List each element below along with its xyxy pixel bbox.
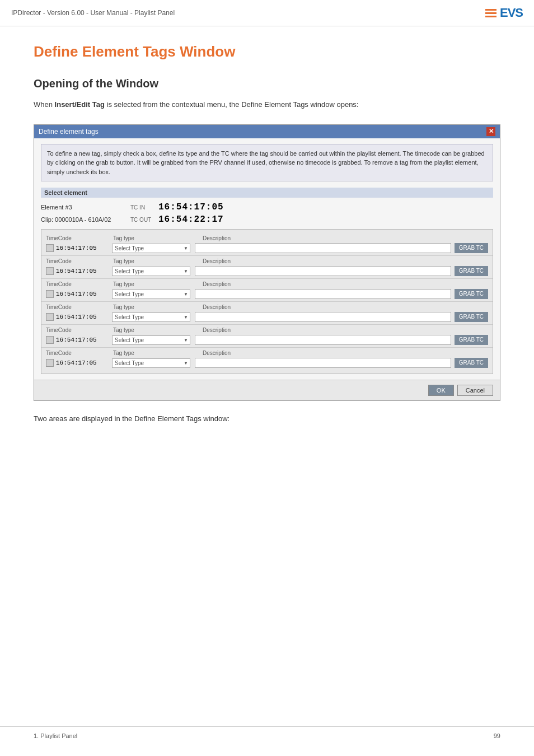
- tag-description-input-0[interactable]: [195, 243, 451, 253]
- footer-right: 99: [494, 732, 500, 739]
- tag-timecode-header-3: TimeCode: [46, 304, 113, 310]
- page-header: IPDirector - Version 6.00 - User Manual …: [0, 0, 534, 26]
- tag-header-row-5: TimeCodeTag typeDescription: [46, 350, 488, 356]
- grab-tc-button-1[interactable]: GRAB TC: [455, 266, 488, 276]
- tag-timecode-header-2: TimeCode: [46, 281, 113, 287]
- tag-checkbox-2[interactable]: [46, 290, 54, 298]
- tags-area: TimeCodeTag typeDescription16:54:17:05Se…: [41, 229, 493, 374]
- element-info-row: Element #3 TC IN 16:54:17:05: [41, 202, 493, 212]
- tag-select-wrapper-3: Select Type: [112, 311, 190, 322]
- define-element-tags-dialog: Define element tags ✕ To define a new ta…: [34, 124, 500, 402]
- intro-text-part2: is selected from the contextual menu, th…: [105, 100, 359, 109]
- evs-logo-lines: [485, 9, 496, 17]
- tag-select-wrapper-5: Select Type: [112, 357, 190, 368]
- grab-tc-button-3[interactable]: GRAB TC: [455, 312, 488, 322]
- tag-checkbox-4[interactable]: [46, 336, 54, 344]
- tc-out-value: 16:54:22:17: [158, 214, 224, 225]
- tag-description-input-5[interactable]: [195, 358, 451, 368]
- tag-tagtype-header-5: Tag type: [113, 350, 203, 356]
- tag-row-group-3: TimeCodeTag typeDescription16:54:17:05Se…: [41, 302, 493, 325]
- tag-header-row-0: TimeCodeTag typeDescription: [46, 235, 488, 241]
- tag-checkbox-5[interactable]: [46, 359, 54, 367]
- cancel-button[interactable]: Cancel: [457, 385, 493, 396]
- tc-out-label: TC OUT: [130, 217, 158, 223]
- tag-description-header-0: Description: [203, 235, 488, 241]
- tag-select-wrapper-0: Select Type: [112, 242, 190, 253]
- tag-header-row-2: TimeCodeTag typeDescription: [46, 281, 488, 287]
- intro-paragraph: When Insert/Edit Tag is selected from th…: [34, 99, 500, 111]
- tag-timecode-value-3: 16:54:17:05: [56, 314, 112, 320]
- section-title: Opening of the Window: [34, 77, 500, 90]
- footer-left: 1. Playlist Panel: [34, 732, 77, 739]
- tag-timecode-value-1: 16:54:17:05: [56, 268, 112, 274]
- evs-logo-line-2: [485, 12, 496, 14]
- dialog-title: Define element tags: [39, 128, 99, 136]
- grab-tc-button-4[interactable]: GRAB TC: [455, 335, 488, 345]
- tag-tagtype-header-4: Tag type: [113, 327, 203, 333]
- tag-timecode-header-0: TimeCode: [46, 235, 113, 241]
- tag-description-header-4: Description: [203, 327, 488, 333]
- evs-logo: EVS: [485, 6, 523, 20]
- tag-header-row-3: TimeCodeTag typeDescription: [46, 304, 488, 310]
- tag-timecode-header-4: TimeCode: [46, 327, 113, 333]
- tag-description-input-1[interactable]: [195, 266, 451, 276]
- tag-checkbox-1[interactable]: [46, 267, 54, 275]
- grab-tc-button-0[interactable]: GRAB TC: [455, 243, 488, 253]
- element-name: Element #3: [41, 204, 130, 211]
- tag-tagtype-header-2: Tag type: [113, 281, 203, 287]
- tc-in-value: 16:54:17:05: [158, 202, 224, 212]
- tag-description-header-5: Description: [203, 350, 488, 356]
- evs-logo-line-3: [485, 16, 496, 17]
- dialog-info-text: To define a new tag, simply check a box,…: [41, 144, 493, 182]
- tag-description-header-1: Description: [203, 258, 488, 264]
- intro-text-part1: When: [34, 100, 55, 109]
- tag-data-row-2: 16:54:17:05Select TypeGRAB TC: [46, 288, 488, 299]
- tag-timecode-value-5: 16:54:17:05: [56, 360, 112, 366]
- tag-row-group-1: TimeCodeTag typeDescription16:54:17:05Se…: [41, 256, 493, 279]
- tag-timecode-value-0: 16:54:17:05: [56, 245, 112, 251]
- tag-description-header-3: Description: [203, 304, 488, 310]
- tag-type-select-1[interactable]: Select Type: [112, 267, 190, 276]
- tag-timecode-value-2: 16:54:17:05: [56, 291, 112, 297]
- tag-row-group-4: TimeCodeTag typeDescription16:54:17:05Se…: [41, 325, 493, 348]
- tag-select-wrapper-1: Select Type: [112, 265, 190, 276]
- main-content: Define Element Tags Window Opening of th…: [0, 26, 534, 440]
- tag-checkbox-3[interactable]: [46, 313, 54, 321]
- tag-header-row-1: TimeCodeTag typeDescription: [46, 258, 488, 264]
- tag-timecode-value-4: 16:54:17:05: [56, 337, 112, 343]
- tag-description-header-2: Description: [203, 281, 488, 287]
- tag-type-select-3[interactable]: Select Type: [112, 312, 190, 322]
- select-element-label: Select element: [41, 188, 493, 198]
- ok-button[interactable]: OK: [428, 385, 454, 396]
- tag-timecode-header-5: TimeCode: [46, 350, 113, 356]
- tag-header-row-4: TimeCodeTag typeDescription: [46, 327, 488, 333]
- grab-tc-button-5[interactable]: GRAB TC: [455, 358, 488, 368]
- tag-type-select-5[interactable]: Select Type: [112, 358, 190, 368]
- grab-tc-button-2[interactable]: GRAB TC: [455, 289, 488, 299]
- tag-type-select-0[interactable]: Select Type: [112, 244, 190, 253]
- dialog-close-button[interactable]: ✕: [486, 127, 495, 136]
- evs-logo-line-1: [485, 9, 496, 11]
- tag-tagtype-header-3: Tag type: [113, 304, 203, 310]
- tag-description-input-4[interactable]: [195, 335, 451, 345]
- tag-description-input-3[interactable]: [195, 312, 451, 322]
- tag-type-select-4[interactable]: Select Type: [112, 335, 190, 345]
- tag-data-row-0: 16:54:17:05Select TypeGRAB TC: [46, 242, 488, 253]
- tag-tagtype-header-0: Tag type: [113, 235, 203, 241]
- intro-text-bold: Insert/Edit Tag: [55, 100, 105, 109]
- tag-type-select-2[interactable]: Select Type: [112, 290, 190, 299]
- clip-name: Clip: 0000010A - 610A/02: [41, 216, 130, 223]
- tag-data-row-1: 16:54:17:05Select TypeGRAB TC: [46, 265, 488, 276]
- dialog-footer: OK Cancel: [34, 380, 500, 400]
- tag-data-row-4: 16:54:17:05Select TypeGRAB TC: [46, 334, 488, 345]
- page-footer: 1. Playlist Panel 99: [0, 726, 534, 745]
- dialog-titlebar: Define element tags ✕: [34, 125, 500, 138]
- tag-data-row-3: 16:54:17:05Select TypeGRAB TC: [46, 311, 488, 322]
- tag-checkbox-0[interactable]: [46, 244, 54, 252]
- tag-row-group-5: TimeCodeTag typeDescription16:54:17:05Se…: [41, 348, 493, 370]
- tc-in-label: TC IN: [130, 204, 158, 211]
- page-title: Define Element Tags Window: [34, 43, 500, 60]
- tag-description-input-2[interactable]: [195, 289, 451, 299]
- tag-row-group-0: TimeCodeTag typeDescription16:54:17:05Se…: [41, 233, 493, 256]
- clip-info-row: Clip: 0000010A - 610A/02 TC OUT 16:54:22…: [41, 214, 493, 225]
